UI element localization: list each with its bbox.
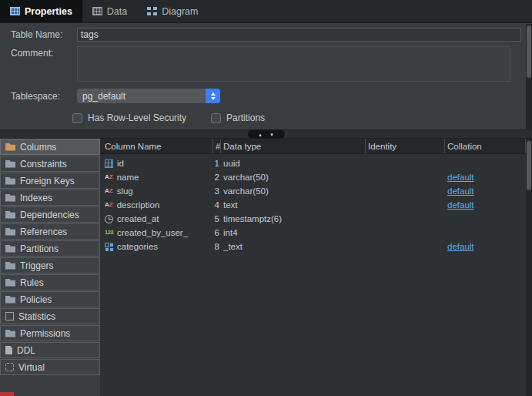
sidebar-item-label: Statistics [18, 311, 55, 322]
doc-icon [5, 346, 12, 354]
sidebar-item-permissions[interactable]: Permissions [0, 325, 100, 341]
table-header: Column Name#Data typeIdentityCollation [100, 139, 526, 154]
table-row[interactable]: slug3varchar(50)default [100, 184, 526, 198]
sidebar: ColumnsConstraintsForeign KeysIndexesDep… [0, 139, 100, 396]
info-icon [5, 312, 14, 320]
grid-scrollbar-thumb[interactable] [527, 141, 531, 190]
tab-label: Diagram [162, 6, 198, 17]
sidebar-item-label: Partitions [20, 243, 59, 254]
collation-link[interactable]: default [447, 200, 474, 210]
column-header-data-type[interactable]: Data type [220, 139, 365, 153]
virtual-icon [5, 363, 14, 371]
sidebar-item-references[interactable]: References [0, 223, 100, 240]
sidebar-item-label: Constraints [20, 159, 67, 169]
column-data-type: int4 [220, 228, 365, 237]
column-ordinal: 8 [212, 242, 220, 251]
sidebar-item-partitions[interactable]: Partitions [0, 240, 100, 257]
collation-link[interactable]: default [447, 186, 474, 196]
tablespace-select[interactable]: pg_default [77, 89, 220, 103]
column-data-type: varchar(50) [220, 173, 365, 182]
red-indicator [0, 392, 14, 396]
folder-icon [5, 296, 15, 304]
column-name: categories [117, 242, 158, 251]
sidebar-item-indexes[interactable]: Indexes [0, 190, 100, 206]
column-data-type: timestamptz(6) [220, 214, 365, 223]
sidebar-item-label: Permissions [20, 328, 70, 339]
partitions-checkbox-label: Partitions [226, 112, 265, 123]
sidebar-item-virtual[interactable]: Virtual [0, 359, 100, 375]
tab-label: Properties [25, 6, 72, 17]
column-ordinal: 3 [212, 186, 220, 196]
sidebar-item-label: Policies [20, 294, 52, 305]
table-row[interactable]: created_by_user_6int4 [100, 226, 526, 240]
column-data-type: uuid [220, 159, 365, 168]
rls-checkbox[interactable] [72, 113, 82, 123]
column-header-collation[interactable]: Collation [444, 139, 526, 153]
string-type-icon [105, 174, 113, 180]
sidebar-item-policies[interactable]: Policies [0, 291, 100, 307]
splitter-handle[interactable]: ▲ ▼ [248, 130, 285, 139]
properties-form: Table Name: Comment: Tablespace: pg_defa… [0, 23, 532, 129]
array-type-icon [105, 243, 113, 251]
table-icon [10, 7, 20, 15]
collapse-up-icon[interactable]: ▲ [258, 132, 263, 136]
column-header-identity[interactable]: Identity [365, 139, 444, 153]
sidebar-item-statistics[interactable]: Statistics [0, 308, 100, 324]
sidebar-item-foreign-keys[interactable]: Foreign Keys [0, 173, 100, 189]
columns-folder-icon [5, 143, 15, 151]
splitter[interactable]: ▲ ▼ [0, 129, 532, 139]
form-scrollbar-thumb[interactable] [527, 25, 531, 78]
column-collation: default [444, 173, 526, 182]
datetime-type-icon [105, 215, 113, 223]
table-editor-window: Properties Data Diagram Table Name: Comm… [0, 0, 532, 396]
folder-icon [5, 245, 15, 253]
column-ordinal: 5 [212, 214, 220, 223]
lower-section: ColumnsConstraintsForeign KeysIndexesDep… [0, 139, 532, 396]
column-data-type: _text [220, 242, 365, 251]
folder-icon [5, 160, 15, 168]
sidebar-item-label: Foreign Keys [20, 176, 75, 186]
partitions-checkbox[interactable] [211, 113, 221, 123]
sidebar-item-rules[interactable]: Rules [0, 274, 100, 290]
form-scrollbar[interactable] [526, 24, 532, 129]
sidebar-item-label: Rules [20, 277, 44, 288]
sidebar-item-triggers[interactable]: Triggers [0, 257, 100, 274]
chevron-down-icon [211, 97, 216, 100]
sidebar-item-dependencies[interactable]: Dependencies [0, 206, 100, 223]
folder-icon [5, 194, 15, 202]
comment-input[interactable] [77, 46, 510, 82]
stepper-icon [206, 89, 220, 103]
folder-icon [5, 211, 15, 219]
collation-link[interactable]: default [447, 242, 474, 251]
number-type-icon [105, 230, 113, 236]
sidebar-item-columns[interactable]: Columns [0, 139, 100, 155]
table-row[interactable]: name2varchar(50)default [100, 170, 526, 184]
tab-diagram[interactable]: Diagram [137, 0, 208, 22]
column-collation: default [444, 186, 526, 196]
sidebar-item-constraints[interactable]: Constraints [0, 156, 100, 172]
collapse-down-icon[interactable]: ▼ [269, 132, 274, 136]
column-header--[interactable]: # [212, 139, 220, 153]
tablespace-label: Tablespace: [11, 91, 77, 102]
sidebar-item-label: Dependencies [20, 210, 79, 220]
rls-checkbox-label: Has Row-Level Security [88, 112, 186, 123]
tab-label: Data [107, 6, 127, 17]
string-type-icon [105, 188, 113, 194]
column-header-column-name[interactable]: Column Name [100, 139, 212, 153]
string-type-icon [105, 202, 113, 208]
table-name-input[interactable] [77, 28, 521, 42]
sidebar-item-ddl[interactable]: DDL [0, 342, 100, 358]
table-row[interactable]: description4textdefault [100, 198, 526, 212]
collation-link[interactable]: default [447, 173, 474, 182]
folder-icon [5, 228, 15, 236]
grid-scrollbar[interactable] [526, 139, 532, 396]
folder-icon [5, 279, 15, 287]
tab-data[interactable]: Data [82, 0, 137, 22]
tab-properties[interactable]: Properties [0, 0, 82, 22]
folder-icon [5, 262, 15, 270]
column-name: description [117, 200, 160, 210]
comment-label: Comment: [11, 46, 77, 59]
table-row[interactable]: id1uuid [100, 156, 526, 170]
table-row[interactable]: categories8_textdefault [100, 240, 526, 253]
table-row[interactable]: created_at5timestamptz(6) [100, 212, 526, 226]
